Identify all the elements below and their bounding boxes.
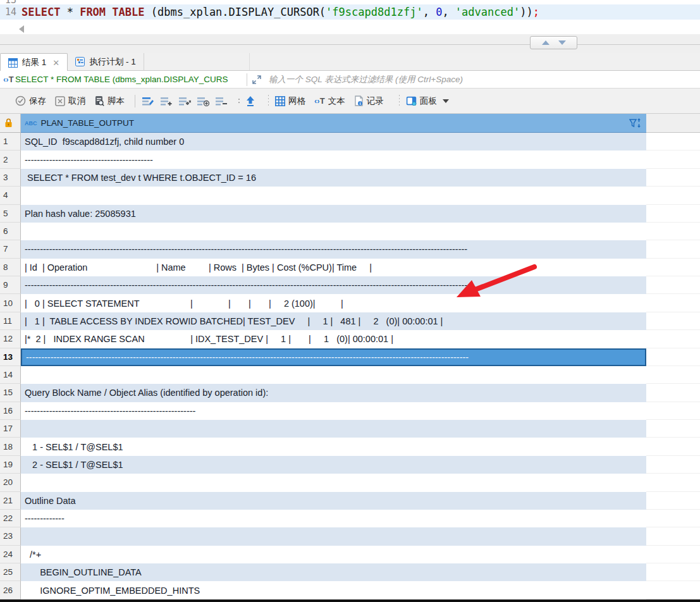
grid-row[interactable]: 3 SELECT * FROM test_dev t WHERE t.OBJEC… <box>0 169 700 187</box>
tab-execution-plan-1[interactable]: 执行计划 - 1 <box>68 53 144 70</box>
row-number[interactable]: 8 <box>0 259 21 276</box>
row-number[interactable]: 23 <box>0 527 21 545</box>
row-number[interactable]: 17 <box>0 420 21 438</box>
plan-table-output-cell[interactable]: IGNORE_OPTIM_EMBEDDED_HINTS <box>21 581 646 599</box>
row-number[interactable]: 11 <box>0 312 21 330</box>
row-number[interactable]: 24 <box>0 546 21 563</box>
row-number[interactable]: 12 <box>0 330 21 348</box>
text-view-button[interactable]: ‹›T 文本 <box>314 95 345 107</box>
grid-row[interactable]: 21Outline Data <box>0 492 700 510</box>
grid-row[interactable]: 12|* 2 | INDEX RANGE SCAN | IDX_TEST_DEV… <box>0 330 700 348</box>
plan-table-output-cell[interactable]: Query Block Name / Object Alias (identif… <box>21 384 646 402</box>
grid-row[interactable]: 11| 1 | TABLE ACCESS BY INDEX ROWID BATC… <box>0 312 700 330</box>
plan-table-output-cell[interactable]: 2 - SEL$1 / T@SEL$1 <box>21 456 646 474</box>
copy-row-button[interactable] <box>197 96 209 106</box>
grid-view-button[interactable]: 网格 <box>275 95 305 107</box>
plan-table-output-cell[interactable]: SELECT * FROM test_dev t WHERE t.OBJECT_… <box>21 169 646 187</box>
grid-corner-cell[interactable] <box>0 114 21 133</box>
grid-row[interactable]: 10| 0 | SELECT STATEMENT | | | | 2 (100)… <box>0 294 700 312</box>
result-filter-bar[interactable]: ‹›T SELECT * FROM TABLE (dbms_xplan.DISP… <box>0 71 700 89</box>
row-number[interactable]: 25 <box>0 563 21 581</box>
edit-cell-button[interactable] <box>142 96 154 106</box>
sql-statement[interactable]: SELECT * FROM TABLE (dbms_xplan.DISPLAY_… <box>21 6 539 18</box>
grid-row[interactable]: 25 BEGIN_OUTLINE_DATA <box>0 563 700 581</box>
row-number[interactable]: 13 <box>0 348 21 366</box>
plan-table-output-cell[interactable]: | 0 | SELECT STATEMENT | | | | 2 (100)| … <box>21 294 646 312</box>
row-number[interactable]: 4 <box>0 187 21 204</box>
grid-row[interactable]: 26 IGNORE_OPTIM_EMBEDDED_HINTS <box>0 581 700 599</box>
close-tab-icon[interactable]: ✕ <box>52 58 59 68</box>
plan-table-output-cell[interactable] <box>21 420 646 438</box>
plan-table-output-cell[interactable]: BEGIN_OUTLINE_DATA <box>21 563 646 581</box>
plan-table-output-cell[interactable]: ----------------------------------------… <box>21 348 646 366</box>
grid-row[interactable]: 22------------- <box>0 510 700 527</box>
tab-results-1[interactable]: 结果 1 ✕ <box>0 53 68 71</box>
row-number[interactable]: 21 <box>0 492 21 510</box>
plan-table-output-cell[interactable]: Outline Data <box>21 492 646 510</box>
arrow-up-icon[interactable] <box>542 40 550 45</box>
filter-placeholder-text[interactable]: 输入一个 SQL 表达式来过滤结果 (使用 Ctrl+Space) <box>269 74 463 85</box>
row-number[interactable]: 7 <box>0 240 21 258</box>
duplicate-row-button[interactable] <box>178 96 191 106</box>
delete-row-button[interactable] <box>215 96 228 106</box>
record-view-button[interactable]: 记录 <box>354 95 384 107</box>
row-number[interactable]: 9 <box>0 276 21 294</box>
sash-maximize-buttons[interactable] <box>530 36 577 49</box>
grid-row[interactable]: 14 <box>0 366 700 384</box>
plan-table-output-cell[interactable] <box>21 527 646 545</box>
row-number[interactable]: 19 <box>0 456 21 474</box>
grid-row[interactable]: 17 <box>0 420 700 438</box>
plan-table-output-cell[interactable]: ----------------------------------------… <box>21 402 646 420</box>
plan-table-output-cell[interactable]: ----------------------------------------… <box>21 240 646 258</box>
grid-row[interactable]: 1SQL_ID f9scapd8d1zfj, child number 0 <box>0 133 700 150</box>
cancel-button[interactable]: 取消 <box>55 95 85 107</box>
grid-row[interactable]: 19 2 - SEL$1 / T@SEL$1 <box>0 456 700 474</box>
collapse-arrow-icon[interactable] <box>19 25 24 33</box>
grid-row[interactable]: 4 <box>0 187 700 204</box>
grid-row[interactable]: 9---------------------------------------… <box>0 276 700 294</box>
sql-editor[interactable]: 13 14 SELECT * FROM TABLE (dbms_xplan.DI… <box>0 0 700 53</box>
row-number[interactable]: 22 <box>0 510 21 527</box>
grid-row[interactable]: 15Query Block Name / Object Alias (ident… <box>0 384 700 402</box>
grid-row[interactable]: 24 /*+ <box>0 546 700 563</box>
plan-table-output-cell[interactable]: ------------- <box>21 510 646 527</box>
panels-button[interactable]: 面板 <box>406 95 449 107</box>
plan-table-output-cell[interactable]: Plan hash value: 25085931 <box>21 205 646 223</box>
plan-table-output-cell[interactable]: SQL_ID f9scapd8d1zfj, child number 0 <box>21 133 646 150</box>
grid-row[interactable]: 20 <box>0 474 700 491</box>
plan-table-output-cell[interactable]: ----------------------------------------… <box>21 150 646 168</box>
grid-row[interactable]: 7---------------------------------------… <box>0 240 700 258</box>
plan-table-output-cell[interactable]: |* 2 | INDEX RANGE SCAN | IDX_TEST_DEV |… <box>21 330 646 348</box>
column-header-plan-table-output[interactable]: ABC PLAN_TABLE_OUTPUT <box>21 114 646 133</box>
filter-sort-icon[interactable] <box>629 118 641 129</box>
row-number[interactable]: 6 <box>0 223 21 240</box>
save-button[interactable]: 保存 <box>15 95 46 107</box>
arrow-down-icon[interactable] <box>558 40 566 45</box>
plan-table-output-cell[interactable] <box>21 366 646 384</box>
plan-table-output-cell[interactable]: ----------------------------------------… <box>21 276 646 294</box>
fetch-all-rows-button[interactable] <box>245 95 256 107</box>
row-number[interactable]: 14 <box>0 366 21 384</box>
plan-table-output-cell[interactable]: | Id | Operation | Name | Rows | Bytes |… <box>21 259 646 276</box>
editor-results-sash[interactable] <box>0 34 700 53</box>
row-number[interactable]: 10 <box>0 294 21 312</box>
plan-table-output-cell[interactable]: 1 - SEL$1 / T@SEL$1 <box>21 438 646 455</box>
plan-table-output-cell[interactable] <box>21 474 646 491</box>
row-number[interactable]: 20 <box>0 474 21 491</box>
row-number[interactable]: 18 <box>0 438 21 455</box>
row-number[interactable]: 16 <box>0 402 21 420</box>
row-number[interactable]: 3 <box>0 169 21 187</box>
grid-row[interactable]: 5Plan hash value: 25085931 <box>0 205 700 223</box>
grid-row[interactable]: 16--------------------------------------… <box>0 402 700 420</box>
script-button[interactable]: 脚本 <box>94 95 125 107</box>
row-number[interactable]: 5 <box>0 205 21 223</box>
dropdown-caret-icon[interactable] <box>443 99 449 103</box>
grid-row[interactable]: 2---------------------------------------… <box>0 150 700 168</box>
row-number[interactable]: 2 <box>0 150 21 168</box>
grid-row[interactable]: 18 1 - SEL$1 / T@SEL$1 <box>0 438 700 455</box>
editor-line-14[interactable]: 14 SELECT * FROM TABLE (dbms_xplan.DISPL… <box>0 4 700 20</box>
plan-table-output-cell[interactable]: /*+ <box>21 546 646 563</box>
grid-row[interactable]: 13--------------------------------------… <box>0 348 700 366</box>
plan-table-output-cell[interactable]: | 1 | TABLE ACCESS BY INDEX ROWID BATCHE… <box>21 312 646 330</box>
grid-row[interactable]: 23 <box>0 527 700 545</box>
